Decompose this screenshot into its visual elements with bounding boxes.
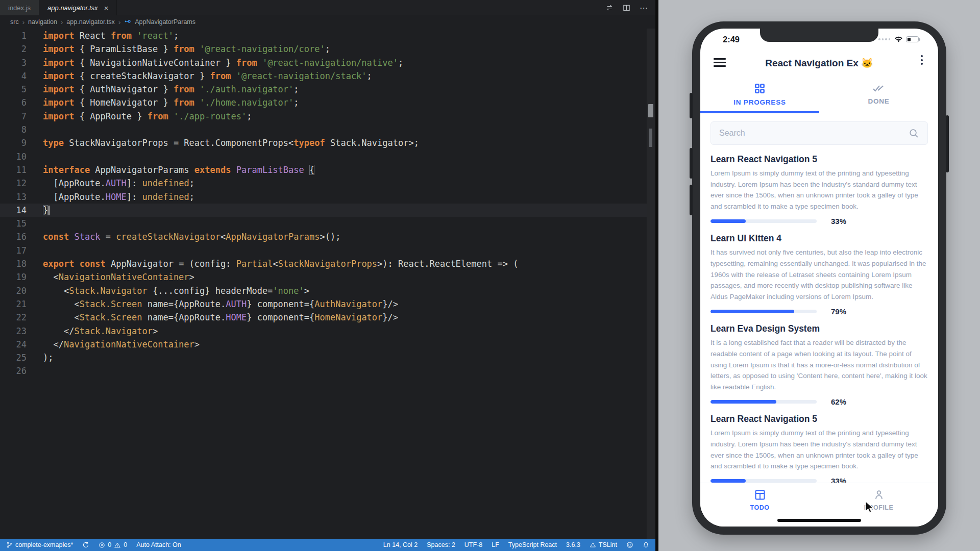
breadcrumb-item[interactable]: navigation (28, 18, 57, 26)
home-indicator[interactable] (777, 519, 861, 522)
code-token: from (236, 58, 257, 68)
code-token: import (43, 44, 74, 54)
code-token: { createStackNavigator } (74, 71, 210, 81)
code-token: from (174, 97, 194, 108)
eol-item[interactable]: LF (492, 541, 499, 548)
bell-icon (643, 541, 649, 548)
hamburger-menu-icon[interactable] (714, 58, 726, 67)
tab-app-navigator-tsx[interactable]: app.navigator.tsx × (39, 0, 117, 15)
code-line[interactable]: 23 </Stack.Navigator> (0, 324, 655, 338)
todo-title: Learn UI Kitten 4 (710, 233, 928, 244)
cursor-position-item[interactable]: Ln 14, Col 2 (383, 541, 418, 548)
indentation-item[interactable]: Spaces: 2 (427, 541, 455, 548)
line-number: 14 (0, 204, 27, 217)
overflow-menu-icon[interactable] (921, 55, 923, 65)
code-line[interactable]: 22 <Stack.Screen name={AppRoute.HOME} co… (0, 311, 655, 324)
progress-bar (710, 400, 817, 404)
code-token: ; (174, 31, 179, 41)
language-mode-item[interactable]: TypeScript React (508, 541, 557, 548)
problems-item[interactable]: 0 0 (99, 541, 127, 548)
code-token: AUTH (226, 299, 247, 309)
notifications-item[interactable] (643, 541, 649, 548)
line-number: 24 (0, 338, 27, 351)
code-line[interactable]: 8 (0, 123, 655, 136)
warning-count: 0 (124, 541, 127, 548)
breadcrumb-separator: › (118, 18, 120, 26)
tslint-item[interactable]: TSLint (590, 541, 617, 548)
app-title: React Navigation Ex 🐱 (765, 57, 873, 69)
code-line[interactable]: 10 (0, 150, 655, 163)
encoding-item[interactable]: UTF-8 (464, 541, 482, 548)
breadcrumb-item[interactable]: app.navigator.tsx (66, 18, 115, 26)
scrollbar-handle[interactable] (648, 104, 653, 117)
code-line[interactable]: 16const Stack = createStackNavigator<App… (0, 230, 655, 243)
code-token: { NavigationNativeContainer } (74, 58, 236, 68)
code-line[interactable]: 1import React from 'react'; (0, 29, 655, 42)
feedback-item[interactable] (626, 541, 633, 548)
todo-item[interactable]: Learn React Navigation 5 Lorem Ipsum is … (700, 408, 938, 483)
code-line[interactable]: 7import { AppRoute } from './app-routes'… (0, 110, 655, 123)
code-token: ; (293, 84, 299, 94)
code-area[interactable]: 1import React from 'react';2import { Par… (0, 29, 655, 378)
code-line[interactable]: 14} (0, 204, 655, 217)
code-line[interactable]: 24 </NavigationNativeContainer> (0, 338, 655, 351)
more-actions-icon[interactable]: ⋯ (640, 3, 648, 13)
tab-index-js[interactable]: index.js (0, 0, 39, 15)
code-line[interactable]: 11interface AppNavigatorParams extends P… (0, 163, 655, 177)
code-token: {...config} headerMode= (148, 286, 273, 296)
code-line[interactable]: 13 [AppRoute.HOME]: undefined; (0, 190, 655, 204)
code-line[interactable]: 25); (0, 351, 655, 364)
editor-scrollbar[interactable] (647, 29, 655, 539)
code-token: ]: (127, 192, 142, 202)
todo-item[interactable]: Learn Eva Design System It is a long est… (700, 317, 938, 408)
code-token: import (43, 97, 74, 108)
code-line[interactable]: 19 <NavigationNativeContainer> (0, 270, 655, 284)
code-token: ; (293, 97, 299, 108)
code-line[interactable]: 5import { AuthNavigator } from './auth.n… (0, 83, 655, 96)
code-token: >(); (320, 232, 341, 242)
code-line[interactable]: 2import { ParamListBase } from '@react-n… (0, 42, 655, 56)
code-line[interactable]: 15 (0, 217, 655, 230)
code-line[interactable]: 4import { createStackNavigator } from '@… (0, 69, 655, 83)
phone-status-bar: 2:49 (700, 32, 938, 46)
sync-item[interactable] (82, 541, 89, 548)
code-line[interactable]: 6import { HomeNavigator } from './home.n… (0, 96, 655, 109)
git-branch-item[interactable]: complete-exmaples* (6, 541, 73, 548)
line-number: 17 (0, 244, 27, 257)
search-input[interactable]: Search (710, 121, 928, 145)
open-changes-icon[interactable] (605, 4, 614, 12)
line-number: 4 (0, 69, 27, 83)
code-line[interactable]: 9type StackNavigatorProps = React.Compon… (0, 136, 655, 149)
code-line[interactable]: 20 <Stack.Navigator {...config} headerMo… (0, 284, 655, 297)
todo-item[interactable]: Learn React Navigation 5 Lorem Ipsum is … (700, 148, 938, 227)
ts-version-item[interactable]: 3.6.3 (566, 541, 580, 548)
line-number: 20 (0, 284, 27, 297)
code-token: < (43, 286, 69, 296)
tab-done[interactable]: DONE (819, 77, 938, 113)
code-line[interactable]: 21 <Stack.Screen name={AppRoute.AUTH} co… (0, 297, 655, 311)
todo-item[interactable]: Learn UI Kitten 4 It has survived not on… (700, 227, 938, 317)
breadcrumb-item[interactable]: src (10, 18, 19, 26)
breadcrumb-symbol[interactable]: AppNavigatorParams (135, 18, 195, 26)
code-token: const (43, 232, 69, 242)
code-line[interactable]: 18export const AppNavigator = (config: P… (0, 257, 655, 270)
split-editor-icon[interactable] (623, 4, 630, 12)
code-token: undefined (142, 192, 189, 202)
todo-description: It has survived not only five centuries,… (710, 247, 928, 302)
interface-symbol-icon (124, 18, 131, 27)
code-line[interactable]: 3import { NavigationNativeContainer } fr… (0, 56, 655, 69)
phone-screen: 2:49 React Navigation Ex 🐱 (700, 29, 938, 527)
code-token: ; (398, 58, 403, 68)
breadcrumb: src›navigation›app.navigator.tsx› AppNav… (0, 15, 655, 29)
code-token: Stack.Navigator (74, 326, 153, 336)
code-line[interactable]: 26 (0, 364, 655, 378)
close-tab-icon[interactable]: × (104, 4, 109, 12)
code-line[interactable]: 12 [AppRoute.AUTH]: undefined; (0, 177, 655, 190)
todo-description: Lorem Ipsum is simply dummy text of the … (710, 428, 928, 471)
line-number: 11 (0, 163, 27, 177)
tab-in-progress[interactable]: IN PROGRESS (700, 77, 819, 113)
code-token: ); (43, 353, 53, 363)
code-token: interface (43, 165, 90, 175)
auto-attach-item[interactable]: Auto Attach: On (136, 541, 181, 548)
code-line[interactable]: 17 (0, 244, 655, 257)
